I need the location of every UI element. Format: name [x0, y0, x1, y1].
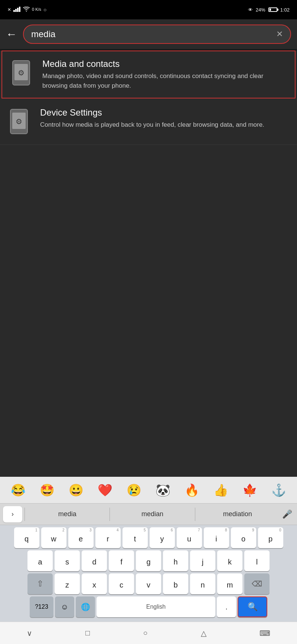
emoji-heart[interactable]: ❤️ — [91, 483, 119, 497]
space-label: English — [146, 603, 166, 610]
gear-icon: ⚙ — [18, 68, 25, 77]
key-k-letter: k — [228, 558, 232, 566]
key-j[interactable]: j — [190, 550, 215, 571]
keyboard-area: 😂 🤩 😀 ❤️ 😢 🐼 🔥 👍 🍁 ⚓ › media median medi… — [0, 477, 297, 622]
battery-percent: 24% — [256, 7, 265, 13]
key-r[interactable]: 4 r — [95, 527, 121, 548]
key-q-letter: q — [25, 535, 29, 543]
shift-key[interactable]: ⇧ — [27, 573, 53, 594]
key-p[interactable]: 0 p — [258, 527, 283, 548]
time: 1:02 — [280, 7, 290, 13]
signal-bars-icon — [13, 7, 21, 13]
battery-fill — [270, 9, 271, 11]
key-v[interactable]: v — [136, 573, 161, 594]
key-u-number: 7 — [198, 528, 200, 532]
key-q-number: 1 — [35, 528, 37, 532]
key-w-number: 2 — [62, 528, 65, 532]
search-enter-key[interactable]: 🔍 — [238, 596, 267, 617]
result-media-contacts[interactable]: ⚙ Media and contacts Manage photo, video… — [1, 51, 296, 98]
nav-keyboard-button[interactable]: ⌨ — [252, 625, 278, 641]
key-c[interactable]: c — [109, 573, 134, 594]
key-m[interactable]: m — [217, 573, 242, 594]
key-u[interactable]: 7 u — [177, 527, 202, 548]
result-icon-media-contacts: ⚙ — [10, 59, 35, 88]
suggestion-divider-3 — [195, 508, 195, 521]
emoji-key[interactable]: ☺ — [55, 596, 74, 617]
key-x[interactable]: x — [82, 573, 107, 594]
key-y[interactable]: 6 y — [150, 527, 175, 548]
result-text-media-contacts: Media and contacts Manage photo, video a… — [42, 59, 287, 90]
key-h[interactable]: h — [163, 550, 188, 571]
eye-icon: 👁 — [248, 7, 253, 13]
key-e[interactable]: 3 e — [68, 527, 94, 548]
suggestions-arrow[interactable]: › — [3, 506, 22, 522]
data-speed: 0 K/s — [32, 7, 41, 12]
key-i[interactable]: 8 i — [204, 527, 229, 548]
key-w[interactable]: 2 w — [41, 527, 66, 548]
key-t-number: 5 — [144, 528, 146, 532]
space-key[interactable]: English — [97, 596, 215, 617]
key-n[interactable]: n — [190, 573, 215, 594]
globe-icon: 🌐 — [81, 602, 90, 611]
key-c-letter: c — [120, 581, 123, 589]
emoji-laugh[interactable]: 😂 — [4, 483, 32, 497]
key-l[interactable]: l — [244, 550, 270, 571]
dot-key[interactable]: . — [217, 596, 236, 617]
key-f[interactable]: f — [109, 550, 134, 571]
svg-rect-0 — [13, 10, 15, 12]
key-l-letter: l — [256, 558, 258, 566]
key-z[interactable]: z — [55, 573, 80, 594]
emoji-cry[interactable]: 😢 — [120, 483, 148, 497]
suggestion-median[interactable]: median — [112, 510, 192, 518]
result-title-media-contacts: Media and contacts — [42, 59, 287, 69]
key-n-letter: n — [200, 581, 205, 589]
clear-search-button[interactable]: ✕ — [276, 29, 283, 39]
key-d[interactable]: d — [82, 550, 107, 571]
key-q[interactable]: 1 q — [14, 527, 39, 548]
key-a[interactable]: a — [27, 550, 53, 571]
key-r-letter: r — [107, 535, 109, 543]
nav-down-button[interactable]: ∨ — [19, 625, 40, 641]
status-right: 👁 24% 1:02 — [248, 7, 290, 13]
key-g[interactable]: g — [136, 550, 161, 571]
key-b-letter: b — [173, 581, 177, 589]
emoji-fire[interactable]: 🔥 — [178, 483, 206, 497]
search-box: media ✕ — [23, 25, 291, 44]
result-device-settings[interactable]: ⚙ Device Settings Control how media is p… — [0, 100, 297, 145]
key-row-1: 1 q 2 w 3 e 4 r 5 t 6 y — [1, 527, 296, 548]
emoji-anchor[interactable]: ⚓ — [265, 483, 293, 497]
result-title-device-settings: Device Settings — [40, 107, 290, 118]
nav-triangle-button[interactable]: △ — [193, 625, 214, 641]
key-b[interactable]: b — [163, 573, 188, 594]
backspace-icon: ⌫ — [252, 579, 262, 588]
emoji-smile[interactable]: 😀 — [62, 483, 90, 497]
key-d-letter: d — [92, 558, 96, 566]
emoji-panda[interactable]: 🐼 — [149, 483, 177, 497]
key-m-letter: m — [227, 581, 233, 589]
nav-circle-button[interactable]: ○ — [136, 625, 155, 641]
result-icon-device-settings: ⚙ — [7, 107, 33, 137]
key-o[interactable]: 9 o — [231, 527, 256, 548]
suggestion-mediation[interactable]: mediation — [198, 510, 278, 518]
emoji-kiss[interactable]: 🤩 — [33, 483, 61, 497]
result-text-device-settings: Device Settings Control how media is pla… — [40, 107, 290, 130]
emoji-leaf[interactable]: 🍁 — [236, 483, 264, 497]
suggestion-media[interactable]: media — [27, 510, 107, 518]
globe-key[interactable]: 🌐 — [76, 596, 95, 617]
result-desc-media-contacts: Manage photo, video and sound controls, … — [42, 71, 287, 90]
backspace-key[interactable]: ⌫ — [244, 573, 270, 594]
key-v-letter: v — [147, 581, 150, 589]
key-g-letter: g — [146, 558, 150, 566]
search-input[interactable]: media — [31, 29, 276, 39]
shift-icon: ⇧ — [37, 579, 43, 589]
key-k[interactable]: k — [217, 550, 242, 571]
key-t-letter: t — [134, 535, 136, 543]
key-s[interactable]: s — [55, 550, 80, 571]
emoji-thumbs[interactable]: 👍 — [207, 483, 235, 497]
nav-square-button[interactable]: □ — [78, 625, 97, 641]
symbols-key[interactable]: ?123 — [30, 596, 53, 617]
key-x-letter: x — [92, 581, 96, 589]
key-t[interactable]: 5 t — [123, 527, 148, 548]
back-button[interactable]: ← — [6, 29, 17, 40]
mic-icon[interactable]: 🎤 — [281, 508, 294, 521]
